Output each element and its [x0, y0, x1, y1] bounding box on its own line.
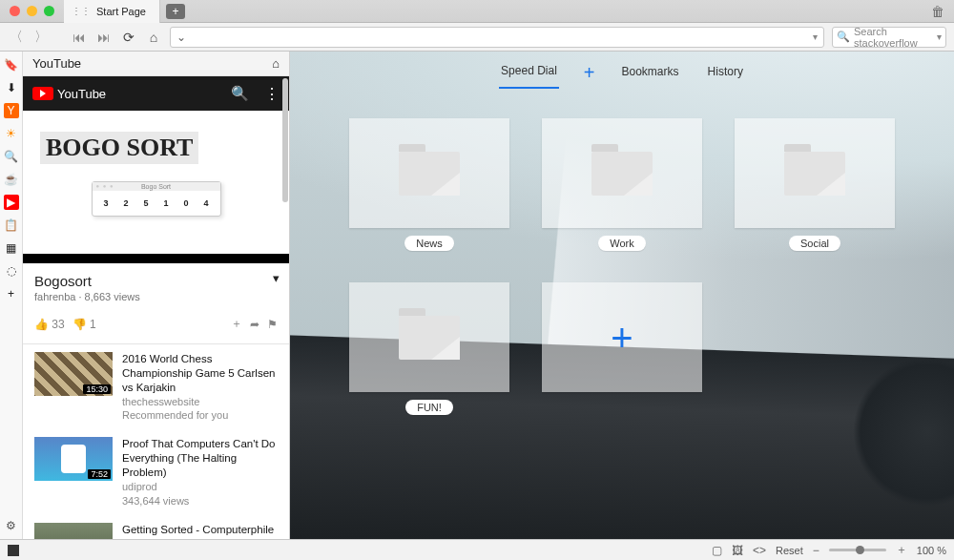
- bookmarks-icon[interactable]: 🔖: [4, 57, 19, 73]
- github-icon[interactable]: ◌: [4, 263, 19, 279]
- tile-label: Work: [598, 236, 645, 251]
- tab-speed-dial[interactable]: Speed Dial: [499, 58, 559, 89]
- tile-label: Social: [789, 236, 840, 251]
- video-channel[interactable]: fahrenba: [34, 291, 75, 302]
- panel-rail: 🔖⬇Y☀🔍☕▶📋▦◌+⚙: [0, 52, 23, 539]
- panel-header: YouTube ⌂: [23, 52, 289, 76]
- video-overlay-window: Bogo Sort 325104: [92, 181, 221, 217]
- share-icon[interactable]: ➦: [250, 318, 259, 331]
- home-button[interactable]: ⌂: [145, 30, 162, 45]
- duration-badge: 7:52: [88, 469, 111, 479]
- folder-icon: [399, 152, 460, 196]
- tab-history[interactable]: History: [706, 59, 745, 88]
- add-to-icon[interactable]: ＋: [231, 316, 242, 332]
- youtube-icon[interactable]: ▶: [4, 195, 19, 210]
- sun-icon[interactable]: ☀: [4, 126, 19, 141]
- video-player[interactable]: BOGO SORT Bogo Sort 325104: [23, 111, 289, 254]
- player-controls-bar[interactable]: [23, 254, 289, 263]
- forward-button[interactable]: 〉: [32, 29, 50, 46]
- bogo-number: 0: [183, 198, 188, 208]
- speed-dial-icon: ⋮⋮: [72, 6, 91, 16]
- tile-thumbnail: [349, 118, 509, 228]
- tiling-icon[interactable]: ▢: [712, 544, 722, 557]
- tile-thumbnail: [735, 118, 895, 228]
- duration-badge: 15:30: [83, 384, 111, 394]
- java-icon[interactable]: ☕: [4, 172, 19, 187]
- fastforward-button[interactable]: ⏭: [95, 30, 113, 45]
- search-icon[interactable]: 🔍: [4, 149, 19, 164]
- new-tab-button[interactable]: +: [166, 4, 185, 19]
- recommendation-title: Getting Sorted - Computerphile: [122, 523, 274, 537]
- reset-zoom[interactable]: Reset: [776, 545, 803, 556]
- address-bar[interactable]: ⌄ ▾: [170, 27, 824, 48]
- add-speed-dial-group-icon[interactable]: +: [584, 73, 595, 75]
- youtube-search-icon[interactable]: 🔍: [231, 85, 249, 102]
- folder-icon: [399, 316, 460, 360]
- recommendation-meta: 2016 World Chess Championship Game 5 Car…: [122, 352, 278, 422]
- page-actions-icon[interactable]: <>: [753, 544, 766, 557]
- recommendation-meta: Proof That Computers Can't Do Everything…: [122, 437, 278, 507]
- recommendation-views: Recommended for you: [122, 408, 278, 422]
- folder-icon: [591, 152, 653, 196]
- dislike-button[interactable]: 👎 1: [73, 318, 96, 331]
- speed-dial-tile[interactable]: News: [349, 118, 509, 261]
- tab-bookmarks[interactable]: Bookmarks: [620, 59, 681, 88]
- flag-icon[interactable]: ⚑: [267, 318, 278, 331]
- bogo-number: 1: [163, 198, 168, 208]
- downloads-icon[interactable]: ⬇: [4, 80, 19, 95]
- tile-thumbnail: +: [542, 282, 702, 392]
- back-button[interactable]: 〈: [8, 29, 25, 46]
- recommendations-list: 15:302016 World Chess Championship Game …: [23, 344, 289, 539]
- tile-label: News: [404, 236, 454, 251]
- zoom-out-icon[interactable]: −: [813, 544, 819, 557]
- status-toggle-icon[interactable]: [8, 545, 19, 556]
- recommendation-item[interactable]: 7:52Proof That Computers Can't Do Everyt…: [23, 429, 289, 514]
- tile-label: FUN!: [405, 400, 453, 415]
- youtube-more-icon[interactable]: ⋮: [264, 85, 280, 103]
- zoom-window[interactable]: [44, 6, 54, 16]
- overlay-window-caption: Bogo Sort: [93, 182, 220, 191]
- rewind-button[interactable]: ⏮: [71, 30, 88, 45]
- bogo-number: 2: [123, 198, 128, 208]
- recommendation-item[interactable]: 15:302016 World Chess Championship Game …: [23, 344, 289, 429]
- tile-thumbnail: [349, 282, 509, 392]
- zoom-in-icon[interactable]: ＋: [896, 542, 907, 558]
- settings-icon[interactable]: ⚙: [4, 518, 19, 533]
- tile-thumbnail: [542, 118, 702, 228]
- zoom-slider[interactable]: [829, 549, 886, 551]
- youtube-logo[interactable]: YouTube: [32, 87, 106, 101]
- speed-dial-tile[interactable]: Work: [542, 118, 702, 261]
- reload-button[interactable]: ⟳: [120, 30, 137, 45]
- chevron-down-icon[interactable]: ▾: [273, 271, 280, 285]
- ycombinator-icon[interactable]: Y: [4, 103, 19, 118]
- close-window[interactable]: [10, 6, 20, 16]
- bogo-number: 5: [143, 198, 148, 208]
- chevron-down-icon[interactable]: ▾: [937, 31, 942, 42]
- bogo-number: 3: [103, 198, 108, 208]
- like-button[interactable]: 👍 33: [34, 318, 65, 331]
- grid-icon[interactable]: ▦: [4, 240, 19, 256]
- start-page-tabs: Speed Dial + Bookmarks History: [290, 52, 954, 90]
- scrollbar[interactable]: [282, 78, 288, 202]
- image-toggle-icon[interactable]: 🖼: [732, 544, 743, 557]
- speed-dial-tile[interactable]: Social: [735, 118, 895, 261]
- tab-start-page[interactable]: ⋮⋮ Start Page: [64, 0, 160, 23]
- trash-icon[interactable]: 🗑: [931, 4, 944, 19]
- minimize-window[interactable]: [27, 6, 37, 16]
- chevron-down-icon[interactable]: ▾: [813, 31, 818, 42]
- youtube-topbar: YouTube 🔍 ⋮: [23, 76, 289, 111]
- search-field[interactable]: 🔍 Search stackoverflow ▾: [832, 27, 946, 48]
- youtube-play-icon: [32, 87, 53, 100]
- speed-dial-tile[interactable]: FUN!: [349, 282, 509, 425]
- recommendation-title: Proof That Computers Can't Do Everything…: [122, 437, 278, 480]
- recommendation-item[interactable]: 10:59Getting Sorted - ComputerphileCompu…: [23, 515, 289, 539]
- status-bar: ▢ 🖼 <> Reset − ＋ 100 %: [0, 539, 954, 560]
- add-panel-icon[interactable]: +: [4, 286, 19, 301]
- plus-icon: +: [611, 319, 633, 357]
- video-overlay-title: BOGO SORT: [40, 132, 198, 164]
- panel-home-icon[interactable]: ⌂: [272, 56, 280, 71]
- address-text: ⌄: [176, 31, 186, 44]
- add-speed-dial-tile[interactable]: +: [542, 282, 702, 425]
- trello-icon[interactable]: 📋: [4, 218, 19, 233]
- tab-strip: ⋮⋮ Start Page + 🗑: [0, 0, 954, 23]
